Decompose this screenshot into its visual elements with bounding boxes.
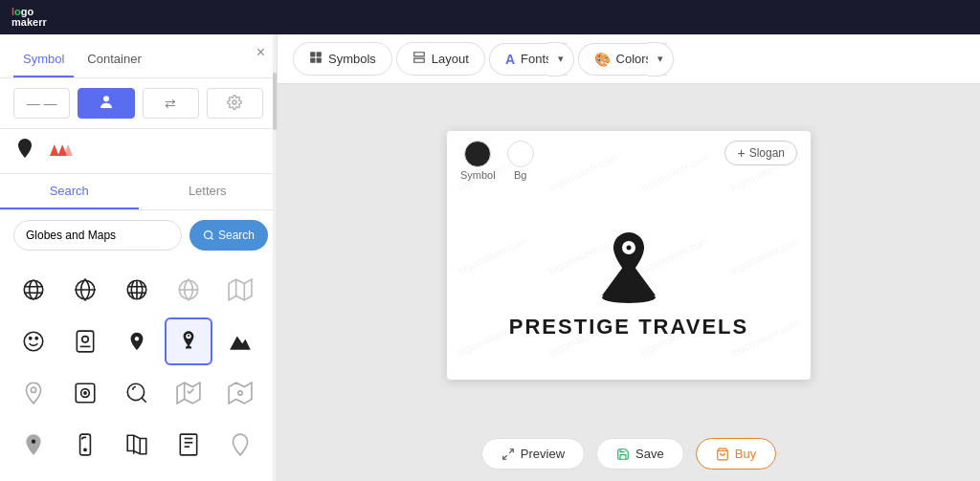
svg-rect-52 [310, 58, 315, 63]
grid-icon-passport[interactable] [61, 317, 109, 365]
svg-point-9 [30, 280, 38, 299]
svg-marker-5 [63, 144, 73, 156]
icon-style-arrows[interactable]: ⇄ [143, 88, 199, 119]
search-icon [203, 230, 214, 241]
grid-icon-person-location[interactable] [165, 317, 212, 365]
svg-point-29 [188, 335, 189, 337]
icon-row-1 [10, 266, 267, 314]
svg-line-7 [211, 237, 212, 239]
logo-canvas: logomakerr.com logomakerr.com logomakerr… [447, 131, 811, 380]
symbol-color-swatch[interactable] [464, 141, 491, 167]
save-icon [616, 448, 630, 461]
svg-point-6 [205, 231, 212, 239]
grid-icon-pin2[interactable] [10, 421, 57, 469]
search-button[interactable]: Search [189, 220, 268, 251]
grid-icon-map-alt[interactable] [216, 369, 264, 417]
logo-bottom: makerr [11, 17, 47, 28]
svg-line-59 [503, 455, 507, 459]
colors-caret[interactable]: ▾ [648, 42, 674, 77]
grid-icon-map-search[interactable] [113, 369, 161, 417]
icon-row-3 [10, 369, 267, 417]
icon-row-2 [10, 317, 267, 365]
grid-icon-mountains[interactable] [216, 317, 264, 365]
svg-rect-25 [77, 331, 93, 352]
tab-container[interactable]: Container [78, 46, 150, 77]
person-icon [98, 94, 115, 114]
fonts-pair: A Fonts ▾ [489, 42, 574, 77]
svg-line-58 [509, 448, 513, 452]
colors-icon: 🎨 [594, 52, 611, 67]
chevron-down-icon: ▾ [558, 53, 564, 65]
save-button[interactable]: Save [596, 438, 684, 470]
buy-button[interactable]: Buy [696, 438, 776, 470]
fonts-icon: A [505, 52, 515, 67]
panel-scrollbar[interactable] [273, 34, 277, 481]
grid-icon-globe3[interactable] [113, 266, 161, 314]
grid-icon-map-fold[interactable] [113, 421, 161, 469]
grid-icon-map-pin-outline[interactable] [10, 369, 57, 417]
grid-icon-booklet[interactable] [165, 421, 212, 469]
svg-point-40 [238, 391, 242, 395]
fonts-caret[interactable]: ▾ [548, 42, 574, 77]
svg-point-34 [84, 392, 86, 394]
close-button[interactable]: × [256, 44, 265, 61]
arrows-icon: ⇄ [165, 96, 176, 111]
icon-style-person[interactable] [78, 88, 134, 119]
bg-swatch-label: Bg [514, 169, 526, 181]
svg-point-41 [32, 440, 35, 444]
icon-style-dash[interactable]: — — [13, 88, 70, 119]
settings-icon [227, 95, 242, 113]
grid-icon-location-small[interactable] [216, 421, 264, 469]
icon-row-4 [10, 421, 267, 469]
buy-icon [716, 448, 729, 461]
colors-pair: 🎨 Colors ▾ [578, 42, 675, 77]
logo-name-text: PRESTIGE TRAVELS [509, 315, 748, 339]
selected-speed-icon[interactable] [50, 139, 73, 164]
panel-header: Symbol Container × [0, 34, 277, 78]
symbol-swatch-group: Symbol [460, 141, 496, 181]
grid-icon-globe1[interactable] [10, 266, 57, 314]
svg-point-22 [24, 332, 43, 351]
icon-style-row: — — ⇄ [0, 78, 277, 129]
sub-tab-search[interactable]: Search [0, 174, 139, 209]
search-input[interactable] [13, 220, 182, 251]
grid-icon-location-pin[interactable] [113, 317, 161, 365]
symbols-icon [309, 51, 323, 67]
selected-location-icon[interactable] [13, 137, 36, 165]
sub-tab-letters[interactable]: Letters [139, 174, 278, 209]
grid-icon-map1[interactable] [216, 266, 264, 314]
svg-point-57 [627, 246, 632, 251]
tab-symbol[interactable]: Symbol [13, 46, 74, 77]
selected-icons-row [0, 129, 277, 174]
logo-content[interactable]: PRESTIGE TRAVELS [447, 190, 811, 380]
bg-color-swatch[interactable] [507, 141, 534, 167]
svg-marker-3 [50, 144, 59, 156]
symbols-button[interactable]: Symbols [293, 42, 392, 76]
grid-icon-world-path[interactable] [10, 317, 57, 365]
svg-point-24 [35, 338, 37, 339]
svg-marker-30 [230, 337, 251, 350]
layout-button[interactable]: Layout [396, 42, 485, 76]
canvas-top-bar: Symbol Bg + Slogan [447, 131, 811, 190]
dash-icon: — — [27, 96, 57, 111]
right-area: Symbols Layout A Fonts ▾ 🎨 [278, 34, 980, 481]
svg-point-0 [103, 96, 109, 101]
grid-icon-map-book[interactable] [61, 369, 109, 417]
grid-icon-map-marker[interactable] [165, 369, 212, 417]
layout-icon [412, 51, 426, 67]
plus-icon: + [737, 145, 745, 161]
grid-icon-globe4[interactable] [165, 266, 212, 314]
svg-point-31 [31, 387, 35, 392]
grid-icon-phone-map[interactable] [61, 421, 109, 469]
svg-rect-46 [180, 434, 196, 455]
slogan-button[interactable]: + Slogan [724, 141, 797, 165]
icon-style-settings[interactable] [207, 88, 263, 119]
preview-button[interactable]: Preview [481, 438, 585, 470]
logo-symbol-svg [586, 230, 672, 307]
svg-marker-39 [229, 383, 252, 404]
bg-swatch-group: Bg [507, 141, 534, 181]
main-layout: Symbol Container × — — ⇄ [0, 34, 980, 481]
search-bar: Search [0, 210, 277, 260]
grid-icon-globe2[interactable] [61, 266, 109, 314]
svg-point-23 [30, 338, 32, 339]
